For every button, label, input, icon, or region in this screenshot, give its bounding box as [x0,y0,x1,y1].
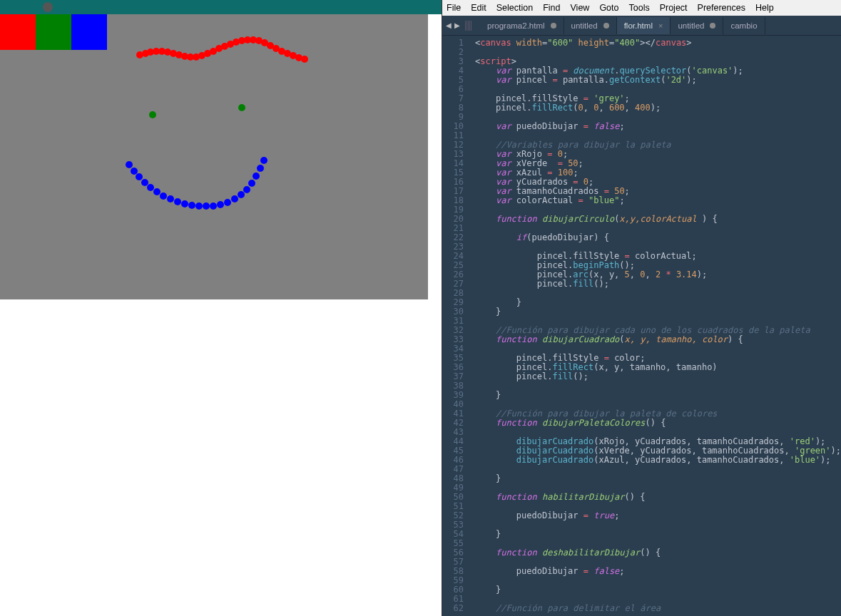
paint-dot [188,202,195,209]
menu-goto[interactable]: Goto [599,3,618,13]
tab-label: flor.html [624,21,653,30]
drawing-canvas[interactable] [0,14,428,299]
menu-help[interactable]: Help [755,3,774,13]
browser-pane [0,0,442,616]
paint-dot [301,56,308,63]
palette-square[interactable] [71,14,107,50]
paint-dot [248,180,255,187]
editor-pane: FileEditSelectionFindViewGotoToolsProjec… [442,0,841,616]
menu-edit[interactable]: Edit [471,3,486,13]
tab-bar[interactable]: ◀ ▶ programa2.htmluntitledflor.html×unti… [442,16,841,36]
line-gutter: 1234567891011121314151617181920212223242… [442,36,469,616]
paint-dot [224,199,231,206]
tab-label: programa2.html [487,21,545,30]
arrow-right-icon[interactable]: ▶ [454,21,461,29]
menu-selection[interactable]: Selection [496,3,533,13]
menu-preferences[interactable]: Preferences [698,3,745,13]
palette-square[interactable] [0,14,36,50]
tab-programa2-html[interactable]: programa2.html [480,17,564,34]
paint-dot [217,201,224,208]
tab-label: untitled [678,21,704,30]
menu-project[interactable]: Project [660,3,688,13]
paint-dot [126,161,133,168]
paint-dot [253,173,260,180]
menu-find[interactable]: Find [543,3,560,13]
paint-dot [210,202,217,210]
paint-dot [174,198,181,205]
paint-dot [260,157,267,164]
paint-dot [243,186,250,193]
code-editor[interactable]: 1234567891011121314151617181920212223242… [442,36,841,616]
menu-file[interactable]: File [447,3,461,13]
arrow-left-icon[interactable]: ◀ [445,21,452,29]
paint-dot [257,165,264,172]
menu-bar[interactable]: FileEditSelectionFindViewGotoToolsProjec… [442,0,841,16]
paint-dot [167,195,174,202]
dirty-dot-icon [710,23,715,29]
paint-dot [238,104,245,111]
menu-tools[interactable]: Tools [628,3,649,13]
paint-dot [203,202,210,210]
tab-label: untitled [571,21,598,30]
palette-square[interactable] [36,14,71,50]
dirty-dot-icon [551,23,556,29]
tab-label: cambio [730,21,757,30]
tab-untitled[interactable]: untitled [671,17,723,34]
tab-flor-html[interactable]: flor.html× [617,17,671,34]
tab-nav-arrows[interactable]: ◀ ▶ [445,21,461,29]
close-icon[interactable]: × [658,21,663,30]
paint-dot [181,200,188,207]
paint-dot [160,192,167,200]
code-content[interactable]: <canvas width="600" height="400"></canva… [469,36,841,616]
browser-chrome-bar [0,0,442,14]
paint-dot [231,195,238,202]
tab-untitled[interactable]: untitled [564,17,617,34]
tab-cambio[interactable]: cambio [723,17,765,34]
dirty-dot-icon [603,23,609,29]
tab-separator [465,21,472,31]
menu-view[interactable]: View [571,3,590,13]
reload-icon[interactable] [43,2,53,12]
paint-dot [149,111,156,118]
paint-dot [195,202,203,210]
